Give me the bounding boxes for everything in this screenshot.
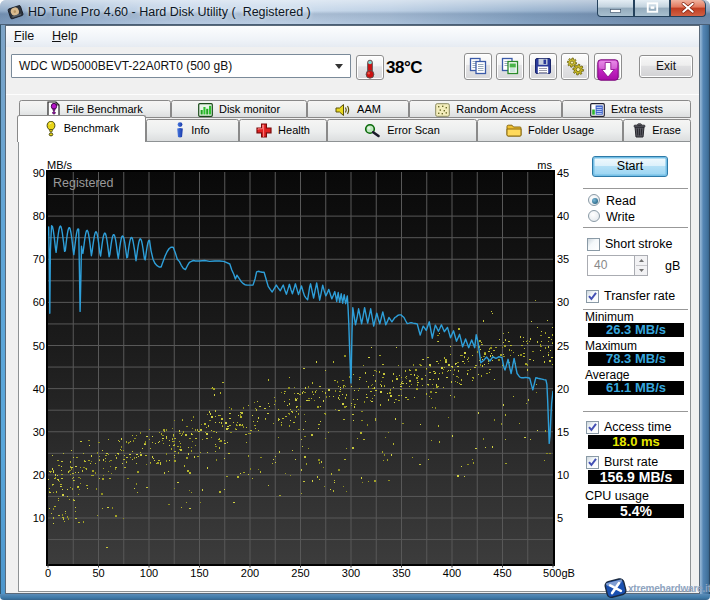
svg-text:40: 40 [557,210,569,222]
svg-text:90: 90 [33,167,45,179]
svg-text:20: 20 [33,469,45,481]
svg-text:0: 0 [45,567,51,579]
svg-text:250: 250 [291,567,309,579]
svg-text:70: 70 [33,253,45,265]
svg-text:200: 200 [241,567,259,579]
svg-text:150: 150 [190,567,208,579]
svg-text:30: 30 [557,296,569,308]
svg-text:35: 35 [557,253,569,265]
svg-text:80: 80 [33,210,45,222]
svg-text:100: 100 [140,567,158,579]
svg-text:45: 45 [557,167,569,179]
svg-text:10: 10 [557,469,569,481]
svg-text:350: 350 [392,567,410,579]
svg-text:40: 40 [33,383,45,395]
svg-text:25: 25 [557,340,569,352]
svg-text:15: 15 [557,426,569,438]
svg-text:20: 20 [557,383,569,395]
svg-text:300: 300 [342,567,360,579]
svg-text:400: 400 [443,567,461,579]
svg-text:450: 450 [493,567,511,579]
svg-text:5: 5 [557,512,563,524]
svg-text:50: 50 [33,340,45,352]
svg-text:50: 50 [92,567,104,579]
svg-text:60: 60 [33,296,45,308]
svg-text:MB/s: MB/s [47,159,73,171]
svg-text:30: 30 [33,426,45,438]
svg-text:ms: ms [537,159,552,171]
svg-text:500gB: 500gB [543,567,575,579]
svg-text:10: 10 [33,512,45,524]
svg-text:Registered: Registered [53,176,113,190]
